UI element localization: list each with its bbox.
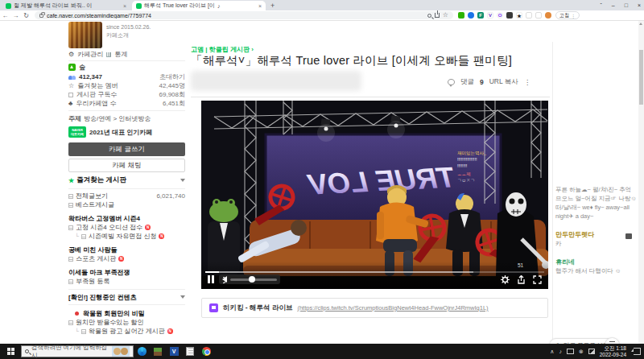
- volume-slider[interactable]: [230, 279, 277, 281]
- cafe-stats-link[interactable]: 통계: [114, 50, 127, 59]
- tray-photo-icon[interactable]: [588, 349, 595, 354]
- chat-username[interactable]: 만두만두렛다: [555, 230, 594, 239]
- search-icon: [25, 349, 29, 353]
- tab-search-icon[interactable]: ˇ: [600, 2, 601, 8]
- naver-badge-icon: NAVER 대표카페: [68, 126, 86, 138]
- cafe-manage-link[interactable]: 카페관리: [77, 50, 103, 59]
- bookmark-star-icon[interactable]: ☆: [443, 13, 448, 18]
- touch-keyboard-icon[interactable]: [567, 349, 574, 354]
- tray-sound-icon[interactable]: ♪: [559, 349, 562, 354]
- chat-image-thumb-icon[interactable]: [625, 233, 632, 239]
- sidebar-menu-item[interactable]: 전체글보기 6,021,740: [68, 192, 185, 200]
- extensions-puzzle-icon[interactable]: ★: [516, 12, 522, 19]
- close-tab-icon[interactable]: ×: [123, 3, 126, 9]
- chevron-down-icon[interactable]: [180, 179, 185, 182]
- comments-label[interactable]: 댓글: [460, 77, 474, 87]
- video-player[interactable]: TRUE LOV 재미있는역사_ !!!!!!!!!!!!!!!! !!!!!!…: [201, 101, 548, 289]
- taskbar-v-app-icon[interactable]: V: [166, 347, 182, 356]
- settings-gear-icon[interactable]: [501, 275, 510, 284]
- taskbar-edge-icon[interactable]: [134, 347, 150, 356]
- sidebar-menu-item[interactable]: 이세돌 마크 부족전쟁: [68, 263, 185, 277]
- browser-toolbar: ← → ↻ cafe.naver.com/steamindiegame/7759…: [0, 10, 644, 21]
- url-copy-button[interactable]: URL 복사: [489, 77, 518, 87]
- close-window-button[interactable]: ×: [638, 2, 641, 8]
- zoom-icon[interactable]: [427, 14, 431, 18]
- clip-link[interactable]: (https://clips.twitch.tv/ScrumptiousBigN…: [297, 304, 488, 312]
- sidebar-menu-item[interactable]: 왁물원 광고 실어간 게시판 N: [68, 327, 185, 336]
- profile-chip[interactable]: 고침 ⋮: [555, 11, 580, 19]
- share-icon[interactable]: [435, 13, 440, 18]
- sidebar-menu-item[interactable]: [확인!] 진행중인 컨텐츠: [68, 289, 185, 305]
- cafe-intro-link[interactable]: 카페소개: [106, 31, 151, 39]
- tray-expand-icon[interactable]: ∧: [550, 349, 554, 355]
- start-button[interactable]: [0, 348, 21, 355]
- back-icon[interactable]: ←: [0, 12, 10, 19]
- chat-username[interactable]: 휴리네: [555, 258, 575, 266]
- new-tab-button[interactable]: +: [270, 2, 275, 10]
- topic-value[interactable]: 방송/연예 > 인터넷방송: [84, 114, 151, 123]
- extension-icon-o[interactable]: O: [497, 12, 503, 19]
- sidebar-menu-item[interactable]: 왁타버스 고정멤버 시즌4: [68, 209, 185, 223]
- taskbar-clock[interactable]: 오전 1:18 2022-09-24: [600, 345, 626, 357]
- taskbar-minecraft-icon[interactable]: [150, 348, 166, 356]
- profile-avatar[interactable]: [545, 12, 551, 19]
- scrollbar-thumb[interactable]: [639, 50, 643, 105]
- sidebar-menu-item[interactable]: 공베 미친 사람들: [68, 241, 185, 254]
- video-progress-bar[interactable]: [205, 271, 544, 273]
- sidebar-menu-item[interactable]: 왁물원 회원만의 비밀: [68, 305, 185, 318]
- taskbar-document-app-icon[interactable]: [182, 347, 198, 356]
- address-bar[interactable]: cafe.naver.com/steamindiegame/7759774 ☆: [35, 11, 453, 19]
- forward-icon[interactable]: →: [10, 12, 21, 19]
- naver-cafe-favicon: [6, 3, 11, 9]
- svg-text:!!!!!!!!: !!!!!!!!: [457, 163, 468, 168]
- reading-list-icon[interactable]: [526, 12, 532, 19]
- scrollbar-up-icon[interactable]: [639, 23, 642, 25]
- search-highlight-image[interactable]: [112, 346, 130, 357]
- taskbar-search-box[interactable]: 검색하려면 여기에 입력하십시: [21, 345, 134, 357]
- close-tab-icon[interactable]: ×: [258, 3, 262, 9]
- chevron-down-icon[interactable]: [180, 295, 185, 299]
- browser-tab-1[interactable]: 헐 제발 해루석 라이브 봐줘.. 이 ×: [2, 1, 130, 10]
- sidebar-menu-item[interactable]: 베스트게시글: [68, 200, 185, 209]
- minimize-button[interactable]: –: [612, 2, 615, 8]
- cafe-chat-button[interactable]: 카페 채팅: [68, 159, 185, 172]
- sidebar-menu-item[interactable]: 원치만 받을수있는 할인: [68, 318, 185, 327]
- tab-audio-icon[interactable]: ♪: [217, 3, 221, 9]
- volume-icon[interactable]: [222, 276, 227, 283]
- browser-tab-2-active[interactable]: 해루석 True lover 라이브 [이 ♪ ×: [132, 1, 266, 10]
- windows-taskbar: 검색하려면 여기에 입력하십시 V ∧ ♪ ⊗ 오전 1:18 2022-09-…: [0, 344, 644, 359]
- refresh-icon[interactable]: ↻: [21, 12, 31, 19]
- fullscreen-icon[interactable]: [533, 275, 542, 284]
- cafe-write-button[interactable]: 카페 글쓰기: [68, 142, 185, 156]
- fav-boards-header[interactable]: 즐겨찾는 게시판: [76, 175, 126, 185]
- extension-icon-f[interactable]: F: [477, 12, 484, 19]
- tray-status-icon[interactable]: ⊗: [579, 349, 584, 355]
- extension-icon-v[interactable]: V: [487, 12, 493, 19]
- url-text[interactable]: cafe.naver.com/steamindiegame/7759774: [47, 13, 424, 19]
- sidebar-menu-item[interactable]: 스포츠 게시판 N: [68, 254, 185, 263]
- pause-button[interactable]: [208, 275, 214, 283]
- sidebar-menu-item[interactable]: 고정 시즌4 오디션 접수 N: [68, 223, 185, 232]
- extension-icon-blue[interactable]: [468, 12, 474, 19]
- post-more-icon[interactable]: ⋮: [524, 78, 531, 86]
- sidebar-menu-item[interactable]: 시즌예빌 자유면접 신청 N: [68, 232, 185, 241]
- extension-icon-dark[interactable]: [506, 12, 513, 19]
- share-upload-icon[interactable]: [517, 275, 526, 284]
- extension-icon-green[interactable]: [458, 12, 464, 19]
- maximize-button[interactable]: □: [625, 2, 628, 8]
- chrome-menu-icon[interactable]: ⋮: [571, 13, 576, 19]
- notification-center-icon[interactable]: [634, 348, 641, 355]
- taskbar-chrome-icon[interactable]: [198, 347, 214, 356]
- desktop-screen: 헐 제발 해루석 라이브 봐줘.. 이 × 해루석 True lover 라이브…: [0, 0, 644, 359]
- new-badge: N: [118, 256, 124, 262]
- sidebar-menu-item[interactable]: 부족원 등록: [68, 277, 185, 286]
- invite-link[interactable]: 초대하기: [159, 72, 185, 81]
- cafe-sidebar: since 2015.02.26. 카페소개 ⚙ 카페관리 통계 숲 412,3…: [68, 21, 185, 336]
- board-icon: [68, 194, 73, 199]
- side-panel-icon[interactable]: [535, 12, 542, 19]
- board-menu: 전체글보기 6,021,740 베스트게시글: [68, 189, 185, 336]
- svg-text:ㄱㅂㅈㄱ: ㄱㅂㅈㄱ: [457, 178, 475, 183]
- comments-count[interactable]: 9: [480, 78, 484, 86]
- page-scrollbar[interactable]: [638, 21, 644, 344]
- cafe-logo-image[interactable]: [68, 22, 102, 48]
